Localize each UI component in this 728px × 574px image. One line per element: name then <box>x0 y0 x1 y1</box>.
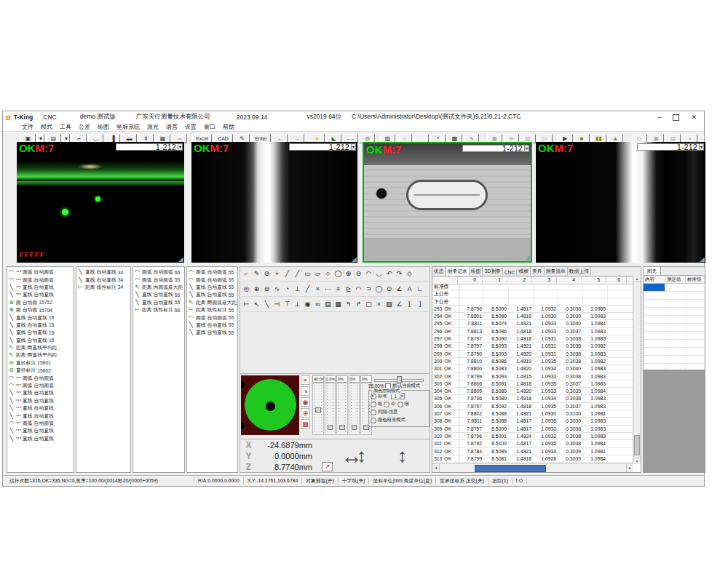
scroll-up-icon[interactable]: ▲ <box>633 276 641 282</box>
camera-3-lens-select[interactable]: 1-212▾ <box>462 145 529 152</box>
tool-2-2-button[interactable]: ╲ <box>262 300 272 309</box>
menu-5[interactable]: 坐标系统 <box>116 123 140 131</box>
element-row[interactable] <box>644 308 705 316</box>
slider-track[interactable] <box>336 383 348 435</box>
camera-view-3-active[interactable]: OKM:7 1-212▾ ◢ <box>363 142 532 263</box>
element-row[interactable] <box>644 340 705 348</box>
camera-view-1[interactable]: OKM:7 FFFFF 1-212▾ ◢ <box>17 142 184 263</box>
camera-view-4[interactable]: OKM:7 1-212▾ ◢ <box>536 142 705 263</box>
tool-0-8-button[interactable]: ○ <box>323 269 333 279</box>
tab-4[interactable]: CNC <box>503 269 518 276</box>
table-row[interactable]: 294OK7.88018.50801.48191.09300.30391.098… <box>432 313 633 320</box>
list-item[interactable]: ◠圆弧自动圆弧55 <box>187 276 237 283</box>
tool-1-11-button[interactable]: ◠ <box>354 284 363 294</box>
tab-0[interactable]: 状态 <box>432 267 446 276</box>
list-item[interactable]: ╲直线自动直线15 <box>7 337 74 344</box>
tool-0-3-button[interactable]: + <box>272 269 282 279</box>
tool-2-4-button[interactable]: ⊤ <box>282 300 292 309</box>
list-item[interactable]: ╲***直线自动直线 <box>7 291 74 298</box>
list-item[interactable]: ╲直线自动直线34 <box>76 276 130 283</box>
tool-1-1-button[interactable]: ⊕ <box>252 284 261 294</box>
light-segment-0-button[interactable]: ◓ <box>301 375 310 385</box>
scroll-left-icon[interactable]: ◄ <box>432 464 440 472</box>
menu-9[interactable]: 窗口 <box>204 123 215 131</box>
tool-2-1-button[interactable]: ↖ <box>252 300 261 309</box>
scrollbar-thumb[interactable] <box>634 435 640 455</box>
table-row[interactable]: 295OK7.88118.50741.48211.09330.30401.098… <box>432 320 633 327</box>
tool-0-13-button[interactable]: ◡ <box>374 269 384 279</box>
list-item[interactable]: ⊕圆自动圆15794 <box>7 306 74 314</box>
tool-0-10-button[interactable]: ⊕ <box>344 269 353 279</box>
master-intensity-slider[interactable] <box>374 376 428 382</box>
tab-7[interactable]: 测量清单 <box>545 267 568 276</box>
slider-track[interactable] <box>312 383 324 435</box>
tool-1-7-button[interactable]: × <box>313 284 323 294</box>
table-row[interactable]: 307OK7.88028.50881.48211.09300.31001.098… <box>432 410 633 418</box>
tool-2-16-button[interactable]: ⌊ <box>405 300 414 309</box>
tab-2[interactable]: 绘图 <box>470 267 483 276</box>
element-row[interactable] <box>644 332 705 340</box>
tool-0-4-button[interactable]: ╱ <box>282 269 292 279</box>
list-item[interactable]: ╲直线自动直线55 <box>187 329 237 336</box>
element-row[interactable] <box>644 348 705 356</box>
list-item[interactable]: ◠圆弧自动圆弧55 <box>187 268 237 276</box>
scroll-down-icon[interactable]: ▼ <box>633 458 641 464</box>
table-row[interactable]: 298OK7.87978.50931.48211.09310.30381.098… <box>432 343 633 350</box>
list-item[interactable]: ◠圆弧自动圆弧55 <box>187 314 237 321</box>
list-item[interactable]: ╲***直线自动直线 <box>7 284 74 291</box>
table-row[interactable]: 299OK7.87908.50931.48201.09310.30381.098… <box>432 351 633 358</box>
camera-1-lens-select[interactable]: 1-212▾ <box>116 143 183 151</box>
list-item[interactable]: ↖距离内圆弧最大距 <box>133 284 184 291</box>
list-item[interactable]: ◠圆弧自动圆弧55 <box>133 276 184 283</box>
tool-0-0-button[interactable]: ⌐ <box>242 269 251 279</box>
list-item[interactable]: ╲直线自动直线34 <box>76 268 130 276</box>
tool-1-15-button[interactable]: ∠ <box>395 284 404 294</box>
table-row[interactable]: 305OK7.87968.50891.48181.09340.30381.098… <box>432 395 633 402</box>
list-item[interactable]: ╲直线自动直线15 <box>7 322 74 329</box>
list-item[interactable]: ╲直线自动直线15 <box>7 329 74 336</box>
tab-1[interactable]: 测量记录 <box>446 267 470 276</box>
menu-8[interactable]: 设置 <box>185 123 197 131</box>
element-row[interactable] <box>644 292 705 300</box>
menu-1[interactable]: 模式 <box>41 123 52 131</box>
slider-thumb[interactable] <box>339 425 345 430</box>
horizontal-scrollbar[interactable]: ◄ ► <box>432 463 633 472</box>
camera-4-lens-select[interactable]: 1-212▾ <box>637 143 704 151</box>
slider-track[interactable] <box>325 383 336 435</box>
table-row[interactable]: 311OK7.87928.51001.48171.09350.30381.098… <box>432 440 633 447</box>
table-row[interactable]: 300OK7.88108.50861.48191.09350.30381.098… <box>432 358 633 365</box>
slider-track[interactable] <box>349 383 360 435</box>
list-item[interactable]: ╲直线自动直线55 <box>187 291 237 298</box>
tool-2-11-button[interactable]: ↱ <box>354 300 363 309</box>
resize-grip-icon[interactable]: ◢ <box>352 255 357 263</box>
table-row[interactable]: 309OK7.87978.50901.48171.09320.30381.098… <box>432 426 633 433</box>
tool-1-16-button[interactable]: A <box>405 284 414 294</box>
maximize-button[interactable] <box>673 114 679 121</box>
slider-thumb[interactable] <box>315 407 321 412</box>
title-bar[interactable]: α T-King CNC demo 测试版 广东天行测量技术有限公司 2023.… <box>3 111 704 123</box>
table-row[interactable]: 313OK7.87998.50811.48181.09280.30391.098… <box>432 455 633 463</box>
tool-1-6-button[interactable]: ╱ <box>303 284 312 294</box>
tool-2-3-button[interactable]: ⊣ <box>272 300 282 309</box>
tool-1-4-button[interactable]: ◔ <box>282 284 292 294</box>
list-item[interactable]: ╲直线自动直线55 <box>133 299 184 306</box>
list-item[interactable]: ╲直线自动直线55 <box>187 322 237 329</box>
menu-0[interactable]: 文件 <box>22 123 33 131</box>
list-item[interactable]: ⊢距离线性标注34 <box>76 284 130 291</box>
tool-0-6-button[interactable]: ▭ <box>303 269 312 279</box>
light-segment-3-button[interactable]: ⊕ <box>301 408 310 418</box>
tool-2-13-button[interactable]: × <box>374 300 384 309</box>
tool-1-10-button[interactable]: ⊵ <box>344 284 353 294</box>
tool-2-17-button[interactable]: ⌋ <box>415 300 424 309</box>
camera-2-lens-select[interactable]: 1-212▾ <box>289 143 356 151</box>
radio-fine[interactable] <box>397 402 403 407</box>
tool-0-5-button[interactable]: ╱ <box>293 269 302 279</box>
tool-0-9-button[interactable]: ◯ <box>333 269 343 279</box>
tool-2-5-button[interactable]: ⊥ <box>293 300 302 309</box>
close-button[interactable]: ✕ <box>691 113 697 121</box>
list-item[interactable]: ⊢距离线性标注55 <box>187 306 237 314</box>
list-item[interactable]: ◠***圆弧自动圆弧 <box>7 420 74 427</box>
element-row[interactable] <box>644 300 705 308</box>
slider-thumb[interactable] <box>328 425 333 430</box>
light-segment-4-button[interactable]: ▩ <box>301 419 310 428</box>
